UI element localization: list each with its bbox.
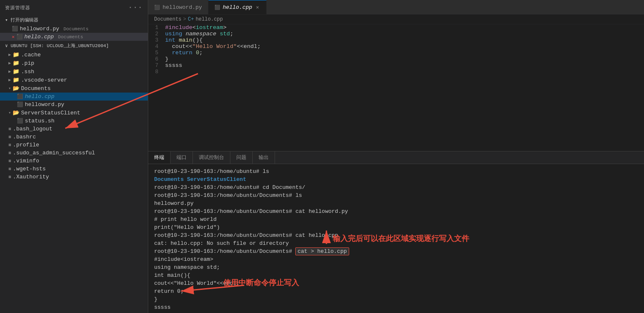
code-editor[interactable]: 1 #include<iostream> 2 using namespace s… [148, 24, 644, 151]
tree-xauthority[interactable]: ≡ .Xauthority [0, 173, 148, 181]
term-line: #include<iostream> [154, 255, 638, 263]
code-line-7: 7 sssss [148, 62, 644, 69]
tree-documents[interactable]: ▾ 📂 Documents [0, 84, 148, 93]
tree-profile[interactable]: ≡ .profile [0, 141, 148, 149]
open-editor-hellocpp[interactable]: ✕ ⬛ hello.cpp Documents [0, 33, 148, 41]
open-editor-helloword[interactable]: ⬛ helloword.py Documents [0, 25, 148, 33]
term-tab-output[interactable]: 输出 [253, 151, 275, 164]
arrow-icon: ▾ [8, 110, 11, 115]
file-icon: ≡ [8, 151, 11, 156]
sidebar-title: 资源管理器 [5, 5, 30, 11]
term-line: sssss [154, 303, 638, 311]
code-line-2: 2 using namespace std; [148, 31, 644, 37]
folder-icon: 📂 [13, 109, 19, 116]
term-line: print("Hello World") [154, 223, 638, 231]
tab-close-icon[interactable]: ✕ [255, 3, 260, 11]
terminal-content[interactable]: root@10-23-190-163:/home/ubuntu# ls Docu… [148, 164, 644, 313]
tree-ssh[interactable]: ▶ 📁 .ssh [0, 67, 148, 76]
py-file-icon: ⬛ [17, 101, 23, 108]
term-tab-debug[interactable]: 调试控制台 [193, 151, 230, 164]
term-line: root@10-23-190-163:/home/ubuntu# cd Docu… [154, 183, 638, 191]
term-line: Documents ServerStatusClient [154, 175, 638, 183]
tree-cache[interactable]: ▶ 📁 .cache [0, 50, 148, 59]
tree-hellocpp[interactable]: ⬛ hello.cpp [0, 93, 148, 101]
terminal-tabs: 终端 端口 调试控制台 问题 输出 [148, 151, 644, 164]
tree-serverstatusclient[interactable]: ▾ 📂 ServerStatusClient [0, 109, 148, 117]
term-line: int main(){ [154, 271, 638, 279]
term-line: helloword.py [154, 199, 638, 207]
term-line: root@10-23-190-163:/home/ubuntu/Document… [154, 231, 638, 239]
tab-hellocpp[interactable]: ⬛ hello.cpp ✕ [208, 0, 267, 14]
tree-bash-logout[interactable]: ≡ .bash_logout [0, 125, 148, 133]
arrow-icon: ▶ [8, 77, 11, 82]
close-icon[interactable]: ✕ [12, 34, 15, 40]
arrow-icon: ▶ [8, 61, 11, 66]
code-line-8: 8 [148, 69, 644, 75]
open-editors-section[interactable]: ▾ 打开的编辑器 [0, 15, 148, 25]
tree-status-sh[interactable]: ⬛ status.sh [0, 117, 148, 125]
folder-icon: 📁 [13, 68, 19, 75]
term-line: root@10-23-190-163:/home/ubuntu# ls [154, 167, 638, 175]
editor-area: 1 #include<iostream> 2 using namespace s… [148, 24, 644, 313]
term-line: # print hello world [154, 215, 638, 223]
term-line: return 0; [154, 287, 638, 295]
tree-helloword[interactable]: ⬛ helloword.py [0, 101, 148, 109]
tree-viminfo[interactable]: ≡ .viminfo [0, 157, 148, 165]
file-icon: ≡ [8, 159, 11, 164]
arrow-icon: ▶ [8, 52, 11, 57]
tree-sudo[interactable]: ≡ .sudo_as_admin_successful [0, 149, 148, 157]
remote-section[interactable]: ∨ UBUNTU [SSH: UCLOUD_上海_UBUNTU2004] [0, 41, 148, 50]
breadcrumb: Documents > C+ hello.cpp [148, 15, 644, 24]
file-icon: ≡ [8, 143, 11, 148]
tree-vscode-server[interactable]: ▶ 📁 .vscode-server [0, 76, 148, 84]
term-tab-terminal[interactable]: 终端 [148, 151, 171, 164]
folder-icon: 📂 [13, 85, 19, 92]
term-line: root@10-23-190-163:/home/ubuntu/Document… [154, 191, 638, 199]
folder-icon: 📁 [13, 77, 19, 83]
file-icon: ≡ [8, 167, 11, 172]
tab-helloword[interactable]: ⬛ helloword.py [148, 0, 208, 14]
cpp-file-icon: ⬛ [17, 93, 23, 100]
sidebar: 资源管理器 ··· ▾ 打开的编辑器 ⬛ helloword.py Docume… [0, 0, 148, 313]
code-line-5: 5 return 0; [148, 50, 644, 56]
main-area: ⬛ helloword.py ⬛ hello.cpp ✕ Documents >… [148, 0, 644, 313]
folder-icon: 📁 [13, 51, 19, 58]
file-icon: ≡ [8, 127, 11, 132]
cpp-icon: ⬛ [16, 34, 23, 40]
sidebar-menu-icon[interactable]: ··· [128, 3, 143, 12]
arrow-icon: ▾ [8, 86, 11, 91]
editor-tabs: ⬛ helloword.py ⬛ hello.cpp ✕ [148, 0, 644, 15]
code-line-1: 1 #include<iostream> [148, 24, 644, 31]
folder-icon: 📁 [13, 60, 19, 66]
sidebar-header: 资源管理器 ··· [0, 0, 148, 15]
term-tab-port[interactable]: 端口 [171, 151, 193, 164]
tree-bashrc[interactable]: ≡ .bashrc [0, 133, 148, 141]
code-line-6: 6 } [148, 56, 644, 62]
file-icon: ≡ [8, 135, 11, 140]
term-line: } [154, 295, 638, 303]
term-line-highlight: root@10-23-190-163:/home/ubuntu/Document… [154, 247, 638, 255]
terminal-area: 终端 端口 调试控制台 问题 输出 root@10-23-190-163:/ho… [148, 151, 644, 313]
code-line-3: 3 int main(){ [148, 37, 644, 43]
file-icon: ≡ [8, 175, 11, 180]
py-icon: ⬛ [12, 26, 18, 32]
arrow-icon: ▶ [8, 69, 11, 74]
code-line-4: 4 cout<<"Hello World"<<endl; [148, 43, 644, 50]
term-line: cat: hello.cpp: No such file or director… [154, 239, 638, 247]
term-line: root@10-23-190-163:/home/ubuntu/Document… [154, 207, 638, 215]
term-line: cout<<"Hello World"<<endl; [154, 279, 638, 287]
term-line: using namespace std; [154, 263, 638, 271]
tab-py-icon: ⬛ [154, 5, 160, 10]
tree-pip[interactable]: ▶ 📁 .pip [0, 59, 148, 67]
sh-file-icon: ⬛ [17, 118, 23, 124]
term-tab-problems[interactable]: 问题 [230, 151, 253, 164]
term-line: ^C [154, 311, 638, 313]
tab-cpp-icon: ⬛ [214, 5, 220, 10]
tree-wget-hsts[interactable]: ≡ .wget-hsts [0, 165, 148, 173]
